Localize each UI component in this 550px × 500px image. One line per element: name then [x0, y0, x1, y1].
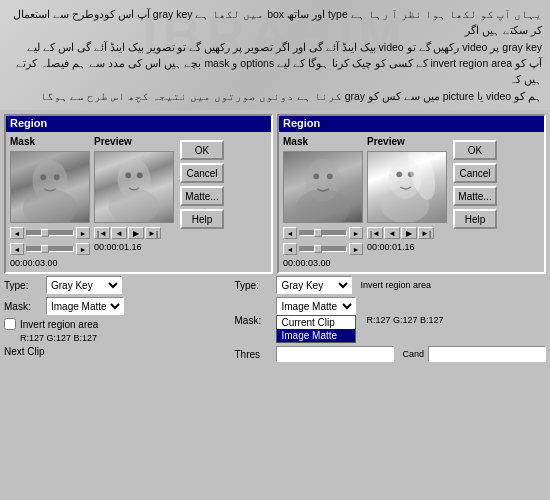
left-mask-next-btn[interactable]: ►: [76, 227, 90, 239]
next-clip-row: Next Clip: [4, 346, 230, 357]
header-description: یہاں آپ کو لکھا ہوا نظر آ رہا ہے type او…: [0, 2, 550, 108]
right-mask-face: [284, 152, 362, 222]
right-preview-label: Preview: [367, 136, 447, 147]
header-line4: ہم کو video یا picture میں سے کس کو gray…: [8, 88, 542, 104]
left-mask-label: Mask: [10, 136, 90, 147]
svg-point-14: [396, 171, 402, 177]
right-mask-slider2[interactable]: ◄ ►: [283, 243, 363, 255]
type-select-left[interactable]: Gray Key: [46, 276, 122, 294]
left-ok-button[interactable]: OK: [180, 140, 224, 160]
right-mask-track2[interactable]: [299, 246, 347, 252]
svg-point-3: [54, 174, 60, 180]
left-preview-section: Preview |◄ ◄ ▶: [94, 136, 174, 268]
right-vc-back-btn[interactable]: ◄: [384, 227, 400, 239]
mask-row-right: Mask: Image Matte Current Clip Image Mat…: [234, 297, 546, 343]
left-mask-timecode: 00:00:03.00: [10, 258, 90, 268]
coords-row-left: R:127 G:127 B:127: [4, 333, 230, 343]
left-vc-back-btn[interactable]: ◄: [111, 227, 127, 239]
svg-point-1: [23, 189, 77, 222]
left-mask-track2[interactable]: [26, 246, 74, 252]
thresh-input[interactable]: [276, 346, 394, 362]
left-region-panel: Region Mask: [4, 114, 273, 274]
mask-label-left: Mask:: [4, 301, 42, 312]
thresh-label: Thres: [234, 349, 272, 360]
svg-point-6: [125, 172, 131, 178]
left-mask-face: [11, 152, 89, 222]
left-region-title: Region: [6, 116, 271, 132]
left-region-content: Mask ◄ ►: [6, 132, 271, 272]
invert-label-left: Invert region area: [20, 319, 98, 330]
right-mask-prev-btn[interactable]: ◄: [283, 227, 297, 239]
right-vc-play-btn[interactable]: ▶: [401, 227, 417, 239]
svg-point-10: [313, 173, 319, 179]
left-preview-video-controls[interactable]: |◄ ◄ ▶ ►|: [94, 227, 174, 239]
invert-area-label: Invert region area: [360, 280, 431, 290]
header-banner: IBRAHIM یہاں آپ کو لکھا ہوا نظر آ رہا ہے…: [0, 0, 550, 110]
cand-input[interactable]: [428, 346, 546, 362]
mask-select-left[interactable]: Image Matte: [46, 297, 124, 315]
right-mask-prev2-btn[interactable]: ◄: [283, 243, 297, 255]
header-line3: آپ کو invert region area کے کسی کو چیک ک…: [8, 55, 542, 88]
dropdown-item-image-matte[interactable]: Image Matte: [277, 329, 355, 342]
right-mask-next2-btn[interactable]: ►: [349, 243, 363, 255]
left-mask-slider2[interactable]: ◄ ►: [10, 243, 90, 255]
thresh-row-right: Thres Cand: [234, 346, 546, 362]
left-vc-fwd-btn[interactable]: ►|: [145, 227, 161, 239]
left-vc-prev-btn[interactable]: |◄: [94, 227, 110, 239]
mask-label-right: Mask:: [234, 315, 272, 326]
invert-checkbox-left[interactable]: [4, 318, 16, 330]
left-mask-next2-btn[interactable]: ►: [76, 243, 90, 255]
right-preview-face: [368, 152, 446, 222]
type-row-right: Type: Gray Key Invert region area: [234, 276, 546, 294]
right-preview-video-controls[interactable]: |◄ ◄ ▶ ►|: [367, 227, 447, 239]
invert-row-left: Invert region area: [4, 318, 230, 330]
right-mask-label: Mask: [283, 136, 363, 147]
right-region-panel: Region Mask: [277, 114, 546, 274]
svg-point-5: [109, 189, 160, 222]
right-mask-image: [283, 151, 363, 223]
mask-dropdown-area[interactable]: Image Matte Current Clip Image Matte: [276, 297, 356, 343]
right-vc-fwd-btn[interactable]: ►|: [418, 227, 434, 239]
left-mask-prev2-btn[interactable]: ◄: [10, 243, 24, 255]
svg-point-11: [327, 173, 333, 179]
mask-open-dropdown[interactable]: Current Clip Image Matte: [276, 315, 356, 343]
type-label-left: Type:: [4, 280, 42, 291]
right-mask-next-btn[interactable]: ►: [349, 227, 363, 239]
right-preview-timecode: 00:00:01.16: [367, 242, 447, 252]
left-cancel-button[interactable]: Cancel: [180, 163, 224, 183]
cand-label: Cand: [402, 349, 424, 359]
left-vc-play-btn[interactable]: ▶: [128, 227, 144, 239]
right-region-content: Mask ◄ ►: [279, 132, 544, 272]
right-mask-track1[interactable]: [299, 230, 347, 236]
bottom-controls-area: Type: Gray Key Mask: Image Matte Invert …: [0, 274, 550, 369]
svg-point-9: [296, 189, 350, 222]
right-cancel-button[interactable]: Cancel: [453, 163, 497, 183]
right-action-buttons: OK Cancel Matte... Help: [451, 136, 499, 268]
mask-row-left: Mask: Image Matte: [4, 297, 230, 315]
header-line2: gray key پر video رکھیں گے تو video بیک …: [8, 39, 542, 55]
right-mask-timecode: 00:00:03.00: [283, 258, 363, 268]
next-clip-label: Next Clip: [4, 346, 45, 357]
left-mask-prev-btn[interactable]: ◄: [10, 227, 24, 239]
svg-point-2: [40, 174, 46, 180]
left-preview-timecode: 00:00:01.16: [94, 242, 174, 252]
left-mask-track1[interactable]: [26, 230, 74, 236]
right-vc-prev-btn[interactable]: |◄: [367, 227, 383, 239]
right-region-title: Region: [279, 116, 544, 132]
left-mask-image: [10, 151, 90, 223]
type-label-right: Type:: [234, 280, 272, 291]
right-matte-button[interactable]: Matte...: [453, 186, 497, 206]
left-matte-button[interactable]: Matte...: [180, 186, 224, 206]
type-row-left: Type: Gray Key: [4, 276, 230, 294]
right-mask-slider1[interactable]: ◄ ►: [283, 227, 363, 239]
svg-point-7: [137, 172, 143, 178]
type-select-right[interactable]: Gray Key: [276, 276, 352, 294]
left-help-button[interactable]: Help: [180, 209, 224, 229]
left-preview-label: Preview: [94, 136, 174, 147]
dropdown-item-current-clip[interactable]: Current Clip: [277, 316, 355, 329]
left-mask-slider1[interactable]: ◄ ►: [10, 227, 90, 239]
mask-select-right[interactable]: Image Matte: [276, 297, 356, 315]
right-ok-button[interactable]: OK: [453, 140, 497, 160]
right-help-button[interactable]: Help: [453, 209, 497, 229]
right-preview-section: Preview |◄: [367, 136, 447, 268]
